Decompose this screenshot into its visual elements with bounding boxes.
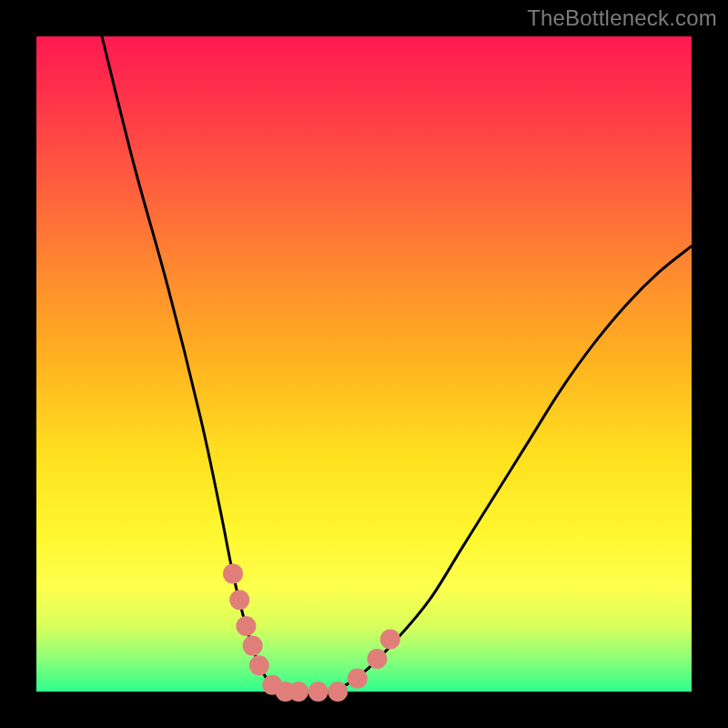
marker-dot: [308, 682, 329, 702]
plot-area: [36, 36, 692, 692]
marker-dot: [229, 590, 249, 610]
marker-dot: [367, 649, 387, 669]
marker-dot: [348, 669, 368, 689]
marker-dot: [236, 616, 256, 636]
marker-dot: [288, 682, 308, 702]
outer-frame: TheBottleneck.com: [0, 0, 728, 728]
marker-dot: [380, 629, 400, 649]
marker-dot: [243, 636, 263, 656]
bottleneck-curve: [102, 36, 692, 693]
marker-dot: [328, 682, 348, 702]
marker-dot: [223, 563, 243, 583]
watermark-text: TheBottleneck.com: [527, 5, 717, 31]
curve-layer: [36, 36, 692, 692]
marker-dot: [249, 655, 269, 675]
highlight-markers: [223, 563, 400, 702]
